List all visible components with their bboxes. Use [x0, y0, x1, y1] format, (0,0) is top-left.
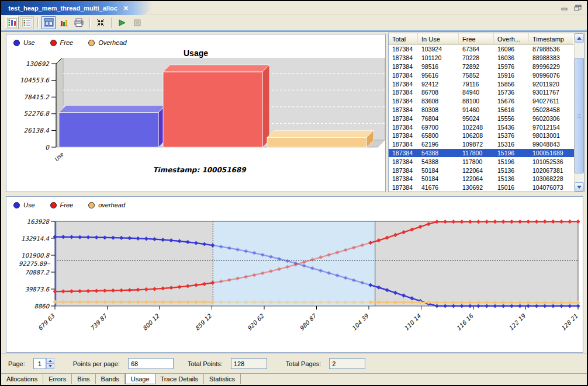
column-header[interactable]: Free	[459, 33, 494, 44]
free-legend-dot-icon	[50, 202, 57, 208]
page-input[interactable]	[33, 358, 46, 369]
table-scrollbar[interactable]	[574, 33, 584, 192]
table-row[interactable]: 187384621961098721531699048843	[389, 140, 584, 149]
table-row[interactable]: 18738498516728921597689996229	[389, 62, 584, 71]
legend-label: Overhead	[98, 39, 126, 46]
table-cell: 15856	[494, 81, 529, 88]
svg-text:Timestamp: 100051689: Timestamp: 100051689	[153, 166, 247, 174]
table-cell: 187384	[389, 124, 418, 131]
table-cell: 95028458	[529, 106, 575, 113]
use-legend-dot-icon	[13, 202, 20, 208]
table-row[interactable]: 1873844167613069215016104076073	[389, 183, 584, 192]
tab-close-icon[interactable]: ✕	[123, 5, 129, 12]
free-legend-dot-icon	[50, 40, 57, 46]
table-cell: 15016	[494, 184, 529, 191]
table-cell: 101052536	[529, 158, 575, 165]
arrow-down-icon	[49, 365, 52, 367]
table-row[interactable]: 1873845438811780015196101052536	[389, 157, 584, 166]
table-cell: 92011920	[529, 81, 575, 88]
arrow-up-icon	[49, 360, 52, 362]
scroll-up-button[interactable]	[575, 33, 584, 43]
table-cell: 94027611	[529, 98, 575, 105]
panel-view-icon[interactable]	[41, 16, 56, 29]
table-cell: 54388	[418, 149, 459, 157]
svg-text:Use: Use	[53, 151, 65, 162]
table-row[interactable]: 187384101120702281603688988383	[389, 54, 584, 62]
bottom-tab-allocations[interactable]: Allocations	[1, 374, 43, 384]
svg-text:26138.4: 26138.4	[24, 127, 50, 134]
table-row[interactable]: 18738476804950241555696020306	[389, 114, 584, 123]
column-header[interactable]: In Use	[418, 33, 459, 44]
svg-text:92275.89··: 92275.89··	[19, 260, 51, 267]
table-cell: 15316	[494, 141, 529, 148]
table-cell: 106208	[459, 132, 494, 139]
line-chart-svg[interactable]: 886039873.670887.2101900.8132914.4163928…	[6, 210, 583, 345]
table-row[interactable]: 187384697001022481543697012154	[389, 123, 584, 131]
svg-text:800 12: 800 12	[141, 312, 161, 332]
metrics-dots-icon[interactable]	[5, 16, 19, 29]
bar-chart-icon[interactable]	[57, 16, 71, 29]
table-cell: 97012154	[529, 124, 575, 131]
table-cell: 15916	[494, 72, 529, 79]
page-spinner-up-button[interactable]	[46, 358, 54, 364]
table-row[interactable]: 18738486708849401573693011767	[389, 88, 584, 97]
scrollbar-thumb[interactable]	[575, 58, 584, 173]
table-row[interactable]: 18738492412791161585692011920	[389, 79, 584, 88]
points-per-page-label: Points per page:	[73, 360, 120, 367]
table-row[interactable]: 1873845438811780015196100051689	[389, 149, 584, 158]
usage-bar-chart-panel: Use Free Overhead Usage 026138.452276.87…	[6, 34, 386, 192]
table-cell: 117800	[459, 149, 494, 157]
play-icon[interactable]	[115, 16, 129, 29]
scroll-down-button[interactable]	[575, 182, 584, 192]
table-cell: 83608	[418, 98, 459, 105]
table-body: 1873841039246736416096879885361873841011…	[389, 45, 584, 192]
page-spinner-down-button[interactable]	[46, 364, 54, 370]
minimize-view-icon[interactable]	[560, 4, 569, 12]
bottom-tab-trace-details[interactable]: Trace Details	[155, 374, 204, 384]
bottom-tab-bands[interactable]: Bands	[96, 374, 125, 384]
table-row[interactable]: 1873845018412206415136102067381	[389, 166, 584, 175]
table-cell: 102067381	[529, 167, 575, 174]
table-cell: 75852	[459, 72, 494, 79]
main-content: Use Free Overhead Usage 026138.452276.87…	[1, 32, 587, 353]
table-row[interactable]: 18738495616758521591690996076	[389, 71, 584, 79]
svg-text:8860: 8860	[34, 303, 50, 310]
maximize-view-icon[interactable]	[573, 4, 582, 12]
table-row[interactable]: 187384658001062081537698013001	[389, 131, 584, 140]
table-cell: 187384	[389, 158, 418, 165]
table-row[interactable]: 18738483608881001567694027611	[389, 97, 584, 106]
table-row[interactable]: 1873845018412206415136103068228	[389, 175, 584, 183]
legend-item-use: Use	[13, 39, 35, 46]
column-header[interactable]: Total	[389, 33, 418, 44]
printer-icon[interactable]	[72, 16, 86, 29]
column-header[interactable]: Overh...	[494, 33, 529, 44]
page-spinner[interactable]	[33, 358, 54, 369]
table-cell: 98013001	[529, 132, 575, 139]
table-cell: 79116	[459, 81, 494, 88]
bottom-tab-usage[interactable]: Usage	[125, 374, 155, 384]
table-row[interactable]: 18738480308914601561695028458	[389, 106, 584, 114]
table-cell: 187384	[389, 184, 418, 191]
points-per-page-input[interactable]	[128, 358, 174, 369]
bottom-tab-errors[interactable]: Errors	[43, 374, 72, 384]
table-cell: 93011767	[529, 89, 575, 96]
bottom-tab-bins[interactable]: Bins	[72, 374, 95, 384]
table-cell: 187384	[389, 98, 418, 105]
table-cell: 84940	[459, 89, 494, 96]
table-cell: 50184	[418, 175, 459, 182]
metrics-list-icon[interactable]	[20, 16, 34, 29]
table-row[interactable]: 187384103924673641609687988536	[389, 45, 584, 54]
collapse-arrows-icon[interactable]	[94, 16, 108, 29]
editor-tab[interactable]: test_heap_mem_thread_multi_alloc ✕	[1, 1, 133, 15]
table-cell: 72892	[459, 63, 494, 70]
column-header[interactable]: Timestamp	[529, 33, 575, 44]
total-points-label: Total Points:	[188, 360, 223, 367]
svg-text:78415.2: 78415.2	[24, 93, 50, 100]
svg-text:116 16: 116 16	[455, 312, 475, 332]
table-cell: 16036	[494, 54, 529, 61]
legend-item-use: Use	[13, 201, 35, 208]
svg-text:859 12: 859 12	[193, 312, 213, 332]
bottom-tab-statistics[interactable]: Statistics	[204, 374, 241, 384]
legend-item-free: Free	[50, 201, 74, 208]
arrow-down-icon	[577, 186, 582, 189]
